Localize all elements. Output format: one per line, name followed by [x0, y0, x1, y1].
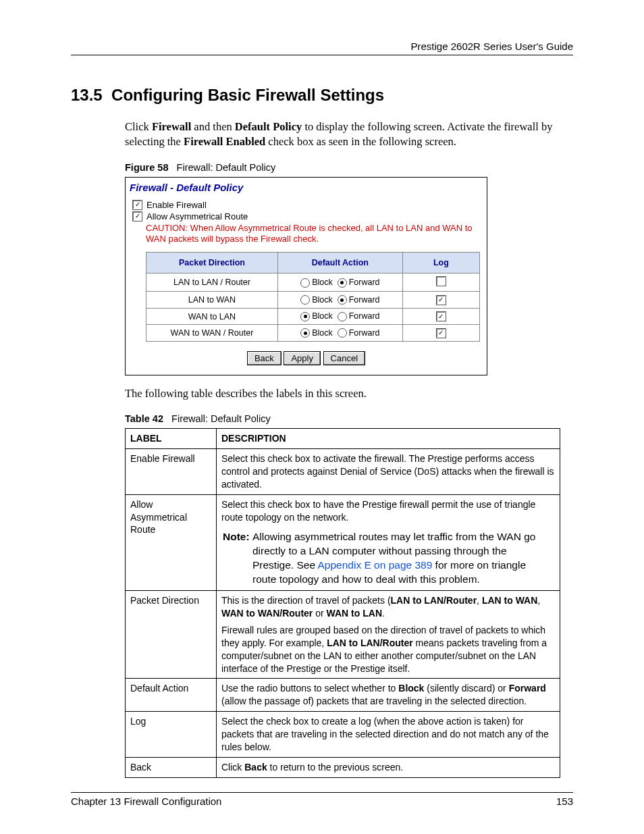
intro-paragraph: Click Firewall and then Default Policy t…	[125, 120, 573, 150]
footer-chapter: Chapter 13 Firewall Configuration	[71, 796, 221, 807]
allow-asym-route-checkbox[interactable]: ✓	[132, 211, 142, 221]
table-row: Allow Asymmetrical Route Select this che…	[126, 494, 560, 590]
block-radio[interactable]	[300, 278, 310, 288]
block-radio[interactable]	[300, 295, 310, 305]
header-rule	[71, 55, 573, 55]
footer-page-number: 153	[556, 796, 573, 807]
post-figure-text: The following table describes the labels…	[125, 386, 573, 401]
section-number: 13.5	[71, 86, 103, 104]
block-radio[interactable]	[300, 312, 310, 321]
desc-header-description: DESCRIPTION	[217, 429, 560, 449]
table-row: Log Select the check box to create a log…	[126, 712, 560, 758]
forward-radio[interactable]	[338, 278, 347, 288]
figure-caption: Figure 58 Firewall: Default Policy	[125, 162, 573, 173]
cancel-button[interactable]: Cancel	[323, 351, 365, 365]
screenshot-firewall-default-policy: Firewall - Default Policy ✓ Enable Firew…	[125, 177, 487, 375]
table-row: WAN to WAN / Router Block Forward ✓	[146, 325, 480, 342]
col-default-action: Default Action	[277, 253, 402, 273]
table-row: Back Click Back to return to the previou…	[126, 757, 560, 777]
description-table: LABEL DESCRIPTION Enable Firewall Select…	[125, 428, 560, 778]
table-row: Enable Firewall Select this check box to…	[126, 448, 560, 494]
back-button[interactable]: Back	[247, 351, 281, 365]
col-log: Log	[402, 253, 479, 273]
table-row: Default Action Use the radio buttons to …	[126, 679, 560, 712]
note-block: Note: Allowing asymmetrical routes may l…	[221, 530, 555, 587]
running-header: Prestige 2602R Series User's Guide	[71, 41, 573, 52]
block-radio[interactable]	[300, 328, 310, 338]
apply-button[interactable]: Apply	[284, 351, 321, 365]
enable-firewall-checkbox[interactable]: ✓	[132, 200, 142, 210]
table-row: WAN to LAN Block Forward ✓	[146, 308, 480, 325]
firewall-rules-table: Packet Direction Default Action Log LAN …	[146, 252, 480, 342]
col-packet-direction: Packet Direction	[146, 253, 278, 273]
table-row: LAN to LAN / Router Block Forward	[146, 273, 480, 292]
enable-firewall-label: Enable Firewall	[146, 200, 207, 210]
forward-radio[interactable]	[338, 312, 347, 321]
allow-asym-route-label: Allow Asymmetrical Route	[146, 211, 248, 221]
log-checkbox[interactable]: ✓	[436, 311, 446, 321]
forward-radio[interactable]	[338, 328, 347, 338]
section-heading: 13.5 Configuring Basic Firewall Settings	[71, 86, 573, 105]
forward-radio[interactable]	[338, 295, 347, 305]
page-footer: Chapter 13 Firewall Configuration 153	[71, 792, 573, 807]
table-caption: Table 42 Firewall: Default Policy	[125, 413, 573, 424]
log-checkbox[interactable]: ✓	[436, 295, 446, 305]
appendix-link[interactable]: Appendix E on page 389	[318, 559, 433, 571]
table-row: Packet Direction This is the direction o…	[126, 591, 560, 679]
log-checkbox[interactable]	[436, 276, 446, 286]
desc-header-label: LABEL	[126, 429, 217, 449]
section-title: Configuring Basic Firewall Settings	[111, 86, 384, 104]
panel-title: Firewall - Default Policy	[126, 178, 487, 199]
caution-text: CAUTION: When Allow Asymmetrical Route i…	[146, 223, 480, 246]
log-checkbox[interactable]: ✓	[436, 328, 446, 338]
table-row: LAN to WAN Block Forward ✓	[146, 292, 480, 309]
